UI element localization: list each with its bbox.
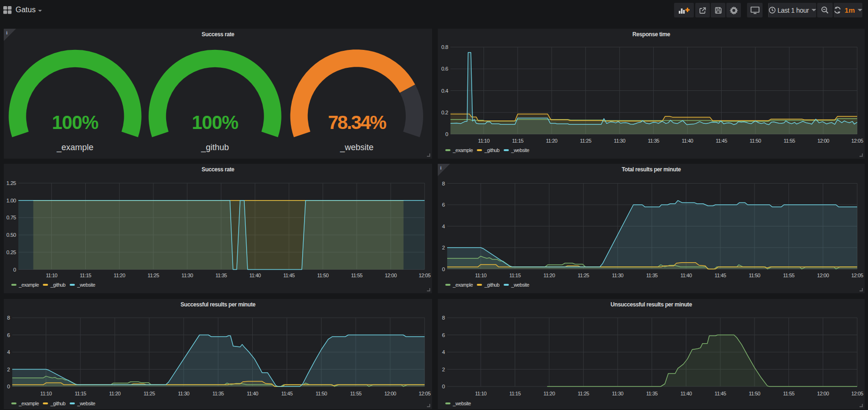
svg-text:11:50: 11:50	[749, 391, 761, 396]
svg-text:11:55: 11:55	[783, 273, 795, 278]
svg-text:8: 8	[7, 315, 10, 321]
svg-text:11:25: 11:25	[148, 273, 160, 278]
svg-text:2: 2	[442, 245, 445, 250]
svg-text:0.25: 0.25	[7, 249, 16, 255]
svg-text:6: 6	[442, 202, 445, 208]
svg-text:11:50: 11:50	[317, 273, 329, 278]
svg-text:4: 4	[442, 349, 445, 355]
svg-text:11:10: 11:10	[46, 273, 57, 278]
svg-text:11:10: 11:10	[40, 391, 52, 396]
svg-text:0.50: 0.50	[7, 232, 16, 238]
svg-text:12:00: 12:00	[817, 138, 829, 144]
svg-text:8: 8	[442, 181, 445, 186]
svg-text:11:20: 11:20	[109, 391, 121, 396]
svg-text:11:15: 11:15	[512, 138, 524, 144]
svg-text:0: 0	[445, 131, 448, 137]
svg-text:12:05: 12:05	[418, 273, 430, 278]
svg-text:11:25: 11:25	[144, 391, 155, 396]
svg-text:11:25: 11:25	[578, 391, 589, 396]
svg-text:6: 6	[7, 332, 10, 338]
svg-text:11:50: 11:50	[315, 391, 327, 396]
svg-text:1.25: 1.25	[7, 180, 16, 186]
svg-text:11:20: 11:20	[546, 138, 558, 144]
svg-text:4: 4	[442, 224, 445, 229]
svg-text:11:30: 11:30	[612, 273, 624, 278]
svg-text:11:15: 11:15	[80, 273, 91, 278]
svg-text:100%: 100%	[52, 112, 98, 133]
svg-text:11:40: 11:40	[682, 138, 693, 144]
svg-text:11:45: 11:45	[715, 138, 727, 144]
svg-text:11:40: 11:40	[680, 273, 692, 278]
svg-text:11:20: 11:20	[114, 273, 126, 278]
svg-text:11:25: 11:25	[580, 138, 592, 144]
svg-text:11:55: 11:55	[784, 138, 796, 144]
svg-text:11:15: 11:15	[509, 273, 521, 278]
svg-text:11:20: 11:20	[544, 273, 555, 278]
svg-text:11:35: 11:35	[648, 138, 659, 144]
svg-text:12:00: 12:00	[385, 273, 396, 278]
svg-text:_website: _website	[339, 143, 373, 153]
svg-text:11:30: 11:30	[182, 273, 193, 278]
svg-text:0: 0	[442, 384, 445, 389]
svg-text:0: 0	[442, 266, 445, 272]
svg-text:12:00: 12:00	[384, 391, 396, 396]
svg-text:_github: _github	[201, 143, 229, 153]
svg-text:12:00: 12:00	[817, 273, 829, 278]
svg-text:1.00: 1.00	[7, 198, 16, 203]
svg-text:0: 0	[13, 267, 16, 273]
svg-text:11:15: 11:15	[509, 391, 521, 396]
svg-text:11:45: 11:45	[715, 391, 726, 396]
svg-text:12:05: 12:05	[851, 138, 863, 144]
svg-text:0.75: 0.75	[7, 215, 16, 220]
svg-text:_example: _example	[56, 143, 93, 153]
svg-text:12:05: 12:05	[418, 391, 430, 396]
svg-text:11:40: 11:40	[249, 273, 261, 278]
svg-text:11:45: 11:45	[281, 391, 293, 396]
svg-text:11:35: 11:35	[212, 391, 224, 396]
svg-text:0.4: 0.4	[442, 88, 449, 94]
svg-text:11:15: 11:15	[75, 391, 87, 396]
svg-text:12:05: 12:05	[851, 391, 863, 396]
svg-text:11:55: 11:55	[350, 391, 362, 396]
svg-text:0.2: 0.2	[442, 110, 449, 115]
svg-text:12:00: 12:00	[817, 391, 829, 396]
svg-text:0: 0	[7, 384, 10, 389]
svg-text:11:55: 11:55	[783, 391, 795, 396]
svg-text:11:25: 11:25	[578, 273, 589, 278]
svg-text:78.34%: 78.34%	[328, 112, 386, 133]
svg-text:6: 6	[442, 332, 445, 338]
svg-text:11:20: 11:20	[544, 391, 555, 396]
svg-text:11:30: 11:30	[178, 391, 190, 396]
svg-text:11:30: 11:30	[614, 138, 626, 144]
svg-text:2: 2	[442, 367, 445, 372]
svg-text:11:40: 11:40	[680, 391, 692, 396]
svg-text:11:35: 11:35	[216, 273, 227, 278]
svg-text:100%: 100%	[192, 112, 239, 133]
svg-text:11:10: 11:10	[475, 273, 487, 278]
svg-text:11:35: 11:35	[646, 273, 658, 278]
svg-text:11:50: 11:50	[749, 138, 761, 144]
svg-text:11:40: 11:40	[247, 391, 258, 396]
svg-text:2: 2	[7, 367, 10, 372]
svg-text:11:10: 11:10	[475, 391, 487, 396]
svg-text:11:45: 11:45	[715, 273, 726, 278]
svg-text:11:50: 11:50	[749, 273, 761, 278]
svg-text:11:55: 11:55	[351, 273, 363, 278]
svg-text:12:05: 12:05	[851, 273, 863, 278]
svg-text:4: 4	[7, 349, 10, 355]
svg-text:11:45: 11:45	[283, 273, 295, 278]
svg-text:0.6: 0.6	[442, 66, 449, 72]
svg-text:8: 8	[442, 315, 445, 321]
svg-text:11:35: 11:35	[646, 391, 658, 396]
svg-text:11:10: 11:10	[478, 138, 490, 144]
svg-text:0.8: 0.8	[442, 44, 449, 50]
svg-text:11:30: 11:30	[612, 391, 624, 396]
